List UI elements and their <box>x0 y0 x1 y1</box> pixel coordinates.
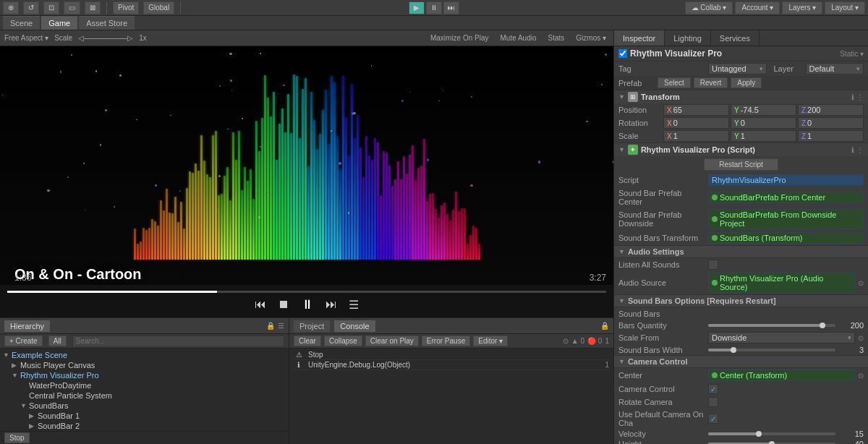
hierarchy-tab[interactable]: Hierarchy <box>4 320 50 332</box>
audio-source-value[interactable]: Rhythm Visualizer Pro (Audio Source) <box>708 273 855 293</box>
scale-y-field[interactable]: Y 1 <box>731 130 796 142</box>
linked-dot-1 <box>712 195 718 200</box>
scale-x-field[interactable]: X 1 <box>663 130 729 142</box>
step-button[interactable]: ⏭ <box>443 1 459 14</box>
hierarchy-item-0[interactable]: ▼Example Scene <box>0 350 289 360</box>
tab-scene[interactable]: Scene <box>3 16 40 30</box>
insp-tab-services[interactable]: Services <box>711 30 760 46</box>
audio-settings-header[interactable]: ▼ Audio Settings <box>614 245 868 258</box>
object-active-checkbox[interactable] <box>618 49 627 58</box>
playlist-button[interactable]: ☰ <box>349 298 359 312</box>
layer-dropdown[interactable]: Default ▾ <box>806 63 864 74</box>
play-pause-button[interactable]: ⏸ <box>301 297 314 312</box>
sound-bars-transform-value[interactable]: SoundBars (Transform) <box>708 232 864 244</box>
scale-z-field[interactable]: Z 1 <box>798 130 864 142</box>
toolbar-move-btn[interactable]: ⊕ <box>3 1 19 14</box>
sound-bars-options-header[interactable]: ▼ Sound Bars Options [Requires Restart] <box>614 294 868 307</box>
listen-all-checkbox[interactable] <box>708 260 718 270</box>
center-value[interactable]: Center (Transform) <box>708 370 855 381</box>
stop-button[interactable]: ⏹ <box>278 298 289 311</box>
toolbar-scale-btn[interactable]: ⊡ <box>43 1 59 14</box>
proj-lock-btn[interactable]: 🔒 <box>600 322 609 330</box>
rotate-camera-checkbox[interactable] <box>708 397 718 407</box>
stop-button-status[interactable]: Stop <box>4 432 30 443</box>
clear-on-play-btn[interactable]: Clear on Play <box>365 336 419 346</box>
hierarchy-item-5[interactable]: ▼SoundBars <box>0 401 289 411</box>
sound-bar-center-value[interactable]: SoundBarPrefab From Center <box>708 192 864 203</box>
progress-bar[interactable] <box>7 291 606 293</box>
tab-console[interactable]: Console <box>334 320 375 332</box>
script-menu-btn[interactable]: ⋮ <box>856 146 864 154</box>
layout-button[interactable]: Layout ▾ <box>825 1 865 14</box>
collapse-btn[interactable]: Collapse <box>324 336 362 346</box>
camera-control-checkbox[interactable]: ✓ <box>708 384 718 394</box>
insp-tab-inspector[interactable]: Inspector <box>614 30 665 46</box>
maximize-btn[interactable]: Maximize On Play <box>427 33 492 43</box>
scale-from-dropdown[interactable]: Downside ▾ <box>708 332 855 343</box>
console-indicator-icon: ⊙ <box>563 337 569 345</box>
account-button[interactable]: Account ▾ <box>735 1 780 14</box>
hierarchy-lock-btn[interactable]: 🔒 <box>266 322 275 330</box>
next-button[interactable]: ⏭ <box>326 298 337 311</box>
mute-audio-btn[interactable]: Mute Audio <box>497 33 539 43</box>
visualizer-bar <box>299 138 301 260</box>
restart-script-btn[interactable]: Restart Script <box>704 158 778 171</box>
rot-x-field[interactable]: X 0 <box>663 117 729 129</box>
hierarchy-item-2[interactable]: ▼Rhythm Visualizer Pro <box>0 370 289 380</box>
gizmos-btn[interactable]: Gizmos ▾ <box>573 33 609 43</box>
center-btn[interactable]: ⊙ <box>858 372 864 380</box>
hierarchy-item-7[interactable]: ▶SoundBar 2 <box>0 421 289 431</box>
use-default-camera-checkbox[interactable]: ✓ <box>708 414 718 424</box>
pivot-btn[interactable]: Pivot <box>113 1 139 14</box>
hierarchy-item-4[interactable]: Central Particle System <box>0 390 289 401</box>
tab-game[interactable]: Game <box>41 16 77 30</box>
hierarchy-menu-btn[interactable]: ☰ <box>278 322 284 330</box>
insp-tab-lighting[interactable]: Lighting <box>665 30 711 46</box>
scale-from-btn[interactable]: ⊙ <box>858 334 864 342</box>
transform-info-btn[interactable]: ℹ <box>851 93 854 101</box>
tab-asset-store[interactable]: Asset Store <box>79 16 135 30</box>
top-bar: ⊕ ↺ ⊡ ▭ ⊠ Pivot Global ▶ ⏸ ⏭ ☁ Collab ▾ … <box>0 0 868 16</box>
sound-bar-downside-value[interactable]: SoundBarPrefab From Downside Project <box>708 209 864 229</box>
tab-project[interactable]: Project <box>294 320 330 332</box>
global-btn[interactable]: Global <box>143 1 174 14</box>
pause-button[interactable]: ⏸ <box>426 1 442 14</box>
hierarchy-create-btn[interactable]: + Create <box>4 336 43 346</box>
collab-button[interactable]: ☁ Collab ▾ <box>685 1 733 14</box>
audio-settings-title: Audio Settings <box>628 247 684 256</box>
script-info-btn[interactable]: ℹ <box>851 146 854 154</box>
camera-control-header[interactable]: ▼ Camera Control <box>614 355 868 368</box>
hierarchy-all-btn[interactable]: All <box>48 336 67 346</box>
transform-menu-btn[interactable]: ⋮ <box>856 93 864 101</box>
hierarchy-item-1[interactable]: ▶Music Player Canvas <box>0 360 289 370</box>
toolbar-rotate-btn[interactable]: ↺ <box>23 1 39 14</box>
tag-dropdown[interactable]: Untagged ▾ <box>708 63 767 74</box>
console-item-1[interactable]: ⚠ Stop <box>294 350 609 360</box>
velocity-slider[interactable] <box>708 432 835 435</box>
console-item-2[interactable]: ℹ UnityEngine.Debug.Log(Object) 1 <box>294 360 609 370</box>
prefab-select-btn[interactable]: Select <box>658 77 691 88</box>
rot-y-field[interactable]: Y 0 <box>731 117 796 129</box>
prev-button[interactable]: ⏮ <box>255 298 266 311</box>
audio-source-btn[interactable]: ⊙ <box>858 279 864 287</box>
prefab-revert-btn[interactable]: Revert <box>694 77 728 88</box>
script-value[interactable]: RhythmVisualizerPro <box>708 174 864 186</box>
hierarchy-search-input[interactable] <box>72 336 284 347</box>
rot-z-field[interactable]: Z 0 <box>798 117 864 129</box>
pos-z-field[interactable]: Z 200 <box>798 104 864 116</box>
stats-btn[interactable]: Stats <box>545 33 568 43</box>
toolbar-transform-btn[interactable]: ⊠ <box>85 1 101 14</box>
error-pause-btn[interactable]: Error Pause <box>422 336 470 346</box>
layers-button[interactable]: Layers ▾ <box>782 1 822 14</box>
hierarchy-item-6[interactable]: ▶SoundBar 1 <box>0 411 289 421</box>
clear-btn[interactable]: Clear <box>294 336 321 346</box>
pos-y-field[interactable]: Y -74.5 <box>731 104 796 116</box>
bars-quantity-slider[interactable] <box>708 324 835 327</box>
editor-btn[interactable]: Editor ▾ <box>473 336 508 346</box>
sound-bars-width-slider[interactable] <box>708 349 835 351</box>
play-button[interactable]: ▶ <box>409 1 425 14</box>
prefab-apply-btn[interactable]: Apply <box>731 77 762 88</box>
toolbar-rect-btn[interactable]: ▭ <box>64 1 80 14</box>
pos-x-field[interactable]: X 65 <box>663 104 729 116</box>
hierarchy-item-3[interactable]: WaterProDaytime <box>0 380 289 390</box>
